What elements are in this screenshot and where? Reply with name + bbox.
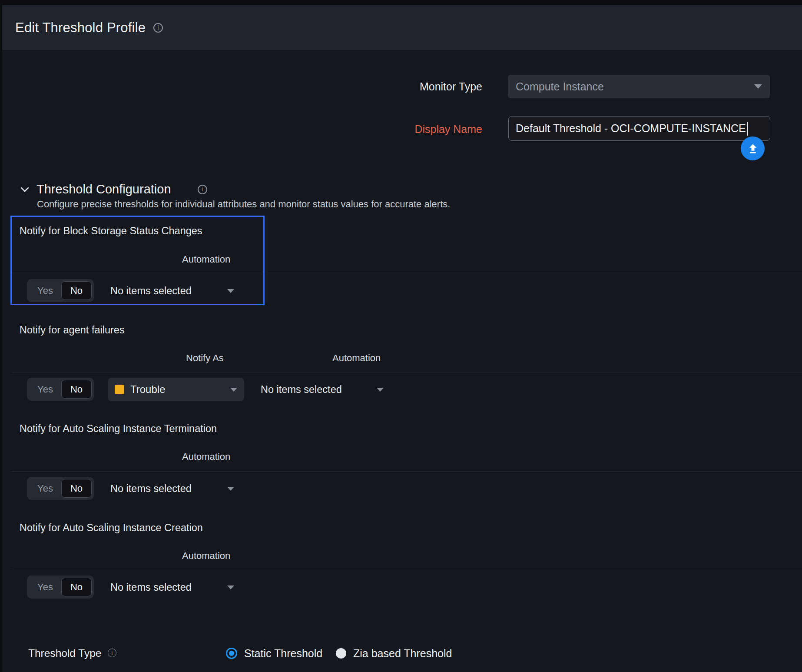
display-name-label: Display Name [330, 123, 482, 136]
radio-static-threshold[interactable] [226, 648, 237, 659]
text-cursor [747, 122, 748, 136]
automation-select-block-storage[interactable]: No items selected [110, 284, 234, 297]
notify-as-select[interactable]: Trouble [108, 378, 244, 401]
collapse-chevron-icon[interactable] [19, 184, 30, 195]
notify-toggle-agent-failures[interactable]: Yes No [27, 378, 94, 401]
info-icon[interactable] [198, 185, 207, 194]
section-title-autoscale-creation: Notify for Auto Scaling Instance Creatio… [20, 522, 203, 534]
automation-select-value: No items selected [110, 582, 192, 593]
automation-select-value: No items selected [110, 483, 192, 495]
toggle-no-option[interactable]: No [61, 578, 92, 596]
notify-toggle-block-storage[interactable]: Yes No [27, 279, 94, 302]
automation-select-autoscale-creation[interactable]: No items selected [110, 581, 234, 594]
section-title-autoscale-termination: Notify for Auto Scaling Instance Termina… [20, 422, 217, 435]
toggle-no-option[interactable]: No [61, 479, 92, 498]
chevron-down-icon [377, 388, 384, 392]
threshold-configuration-description: Configure precise thresholds for individ… [37, 199, 450, 210]
column-header-automation: Automation [332, 353, 381, 364]
chevron-down-icon [230, 388, 237, 392]
toggle-no-option[interactable]: No [61, 281, 92, 300]
push-changes-button[interactable] [741, 136, 765, 160]
column-header-automation: Automation [182, 451, 230, 462]
chevron-down-icon [227, 289, 234, 293]
threshold-type-label: Threshold Type [28, 647, 101, 660]
toggle-yes-option[interactable]: Yes [29, 384, 61, 395]
divider [12, 471, 802, 472]
chevron-down-icon [227, 586, 234, 589]
page-title: Edit Threshold Profile [15, 20, 146, 36]
notify-toggle-autoscale-termination[interactable]: Yes No [27, 477, 94, 500]
section-title-block-storage: Notify for Block Storage Status Changes [20, 225, 202, 237]
display-name-value: Default Threshold - OCI-COMPUTE-INSTANCE [516, 122, 746, 135]
divider [12, 373, 802, 373]
automation-select-value: No items selected [261, 384, 342, 396]
monitor-type-label: Monitor Type [330, 80, 482, 93]
page-header: Edit Threshold Profile [2, 5, 802, 50]
divider [12, 274, 802, 274]
section-title-agent-failures: Notify for agent failures [20, 324, 125, 336]
chevron-down-icon [754, 84, 762, 89]
trouble-color-swatch [115, 385, 124, 394]
monitor-type-value: Compute Instance [516, 80, 754, 93]
notify-toggle-autoscale-creation[interactable]: Yes No [27, 576, 94, 599]
column-header-automation: Automation [182, 254, 230, 265]
info-icon[interactable] [108, 649, 116, 657]
automation-select-value: No items selected [110, 285, 192, 297]
radio-label-zia-based-threshold[interactable]: Zia based Threshold [353, 647, 452, 660]
info-icon[interactable] [153, 23, 163, 33]
column-header-automation: Automation [182, 550, 230, 562]
toggle-yes-option[interactable]: Yes [29, 483, 61, 494]
divider [12, 570, 802, 570]
monitor-type-select[interactable]: Compute Instance [508, 75, 770, 98]
radio-zia-based-threshold[interactable] [336, 648, 346, 659]
automation-select-agent-failures[interactable]: No items selected [261, 383, 384, 396]
chevron-down-icon [227, 487, 234, 491]
edit-threshold-profile-dialog: Edit Threshold Profile Monitor Type Comp… [0, 0, 802, 672]
threshold-configuration-title: Threshold Configuration [36, 182, 171, 196]
content-panel [2, 50, 802, 672]
radio-label-static-threshold[interactable]: Static Threshold [244, 647, 322, 660]
toggle-yes-option[interactable]: Yes [29, 285, 61, 296]
push-upload-icon [747, 143, 759, 155]
toggle-no-option[interactable]: No [61, 380, 92, 399]
column-header-notify-as: Notify As [186, 353, 224, 364]
automation-select-autoscale-termination[interactable]: No items selected [110, 482, 234, 495]
toggle-yes-option[interactable]: Yes [29, 582, 61, 593]
display-name-input[interactable]: Default Threshold - OCI-COMPUTE-INSTANCE [508, 116, 770, 141]
notify-as-value: Trouble [130, 383, 224, 396]
